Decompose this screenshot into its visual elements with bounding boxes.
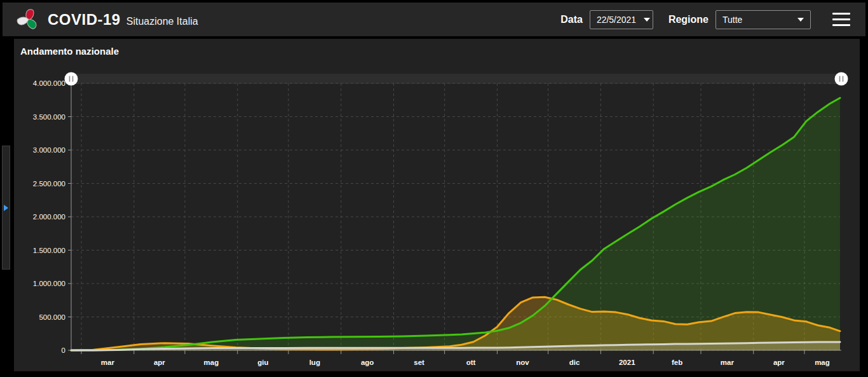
national-trend-panel: Andamento nazionale 0500.0001.000.0001.5…: [14, 39, 860, 371]
x-axis-label: ago: [361, 359, 374, 366]
y-axis-label: 1.000.000: [33, 280, 65, 287]
x-axis-label: mag: [815, 359, 830, 366]
scrollbar-handle-left[interactable]: [65, 72, 78, 86]
date-select[interactable]: 22/5/2021: [590, 10, 653, 29]
y-axis-label: 2.000.000: [33, 213, 65, 221]
chevron-down-icon: [644, 18, 650, 22]
trend-chart: 0500.0001.000.0001.500.0002.000.0002.500…: [14, 39, 860, 371]
time-range-scrollbar-track[interactable]: [71, 74, 841, 84]
x-axis-label: ott: [466, 359, 476, 366]
series-green-area: [71, 98, 840, 350]
region-select-value: Tutte: [722, 15, 742, 25]
x-axis-label: set: [414, 359, 424, 366]
hamburger-menu-icon[interactable]: [832, 13, 850, 26]
sidebar-expand-button[interactable]: [2, 146, 10, 270]
app-subtitle: Situazione Italia: [126, 16, 198, 27]
chevron-right-icon: [4, 205, 8, 211]
y-axis-label: 3.000.000: [33, 146, 65, 154]
app-title: COVID-19: [48, 11, 121, 29]
x-axis-label: apr: [154, 359, 165, 366]
x-axis-label: mar: [721, 359, 735, 366]
y-axis-label: 0: [62, 346, 65, 354]
x-axis-label: apr: [773, 359, 785, 366]
date-select-value: 22/5/2021: [597, 15, 636, 25]
chevron-down-icon: [797, 18, 804, 22]
region-select[interactable]: Tutte: [715, 10, 811, 29]
x-axis-label: nov: [516, 359, 529, 366]
x-axis-label: giu: [257, 359, 268, 366]
x-axis-label: feb: [672, 359, 682, 366]
scrollbar-handle-right[interactable]: [835, 72, 848, 86]
app-header: COVID-19 Situazione Italia Data 22/5/202…: [3, 3, 865, 36]
protezione-civile-logo-icon: [16, 8, 40, 32]
x-axis-label: mag: [204, 359, 219, 366]
x-axis-label: mar: [101, 359, 115, 366]
y-axis-label: 1.500.000: [33, 247, 65, 254]
y-axis-label: 500.000: [39, 313, 65, 321]
y-axis-label: 3.500.000: [33, 113, 65, 121]
region-label: Regione: [668, 14, 709, 25]
x-axis-label: dic: [569, 359, 580, 366]
x-axis-label: lug: [309, 359, 320, 366]
x-axis-label: 2021: [619, 359, 635, 366]
date-label: Data: [560, 14, 583, 25]
y-axis-label: 2.500.000: [33, 180, 65, 188]
y-axis-label: 4.000.000: [33, 79, 65, 87]
